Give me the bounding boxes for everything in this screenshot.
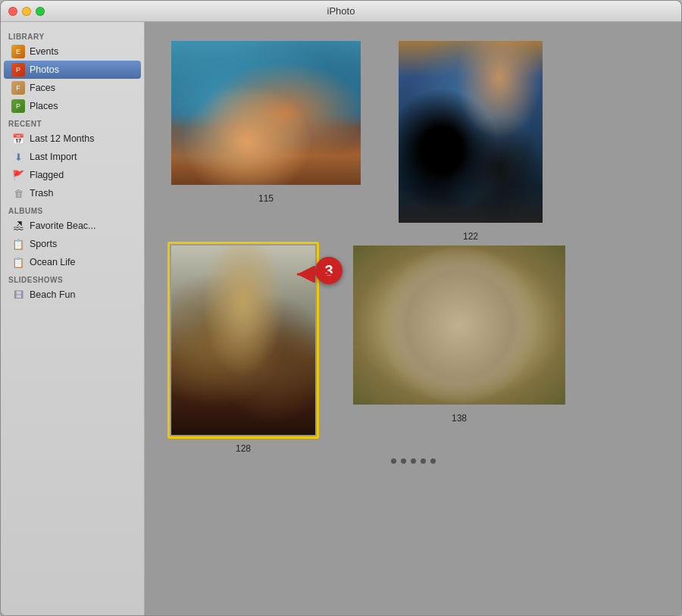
import-icon: ⬇ [11, 150, 25, 164]
events-icon: E [11, 45, 25, 58]
app-window: iPhoto LIBRARY E Events P Photos F Faces… [0, 0, 682, 616]
favoritebeach-icon: 🏖 [11, 219, 25, 233]
photo-aquarium [399, 41, 543, 223]
main-content: LIBRARY E Events P Photos F Faces P Plac… [1, 22, 681, 615]
photo-label-138: 138 [452, 413, 467, 424]
recent-section-header: RECENT [1, 115, 144, 130]
slideshows-section-header: SLIDESHOWS [1, 271, 144, 286]
titlebar: iPhoto [1, 1, 681, 22]
sidebar-item-places[interactable]: P Places [4, 97, 141, 115]
sidebar-item-events[interactable]: E Events [4, 42, 141, 61]
dot-2 [401, 458, 406, 464]
flagged-label: Flagged [30, 170, 64, 180]
photo-label-115: 115 [258, 193, 274, 204]
photo-coral [171, 41, 361, 185]
photo-item-115[interactable]: 115 [167, 37, 364, 204]
window-title: iPhoto [327, 5, 355, 17]
flag-icon: 🚩 [11, 168, 25, 182]
photo-compass [353, 245, 565, 405]
slideshow-icon: 🎞 [11, 288, 25, 302]
photo-label-128: 128 [236, 443, 251, 454]
sidebar-item-last12months[interactable]: 📅 Last 12 Months [4, 130, 141, 148]
oceanlife-label: Ocean Life [30, 257, 75, 267]
places-label: Places [30, 101, 58, 111]
events-label: Events [30, 46, 58, 57]
dot-3 [411, 458, 416, 464]
traffic-lights [8, 7, 45, 16]
photo-frame-122 [395, 37, 546, 227]
photo-item-138[interactable]: 138 [349, 242, 569, 424]
faces-label: Faces [30, 83, 55, 93]
sports-icon: 📋 [11, 237, 25, 251]
sidebar-item-oceanlife[interactable]: 📋 Ocean Life [4, 253, 141, 271]
places-icon: P [11, 99, 25, 113]
sidebar-item-photos[interactable]: P Photos [4, 61, 141, 79]
annotation-arrow [291, 266, 344, 283]
dot-1 [391, 458, 396, 464]
photo-row-2: 128 138 [167, 242, 659, 454]
lastimport-label: Last Import [30, 152, 77, 162]
photo-area-inner: 3 115 [167, 37, 659, 468]
sidebar-item-sports[interactable]: 📋 Sports [4, 235, 141, 253]
sidebar-item-flagged[interactable]: 🚩 Flagged [4, 166, 141, 184]
sidebar-item-lastimport[interactable]: ⬇ Last Import [4, 148, 141, 166]
faces-icon: F [11, 81, 25, 95]
photos-label: Photos [30, 64, 59, 75]
photos-icon: P [11, 63, 25, 77]
photo-frame-138 [349, 242, 569, 408]
photo-frame-115 [167, 37, 364, 189]
library-section-header: LIBRARY [1, 28, 144, 42]
minimize-button[interactable] [22, 7, 31, 16]
photo-label-122: 122 [463, 231, 478, 242]
dot-5 [430, 458, 436, 464]
close-button[interactable] [8, 7, 17, 16]
trash-label: Trash [30, 188, 54, 199]
sports-label: Sports [30, 239, 57, 249]
sidebar-item-favoritebeach[interactable]: 🏖 Favorite Beac... [4, 217, 141, 235]
photo-item-122[interactable]: 122 [395, 37, 546, 242]
trash-icon: 🗑 [11, 186, 25, 200]
maximize-button[interactable] [36, 7, 45, 16]
oceanlife-icon: 📋 [11, 255, 25, 269]
albums-section-header: ALBUMS [1, 202, 144, 217]
photo-row-1: 115 122 [167, 37, 659, 242]
sidebar-item-faces[interactable]: F Faces [4, 79, 141, 97]
sidebar-item-beachfun[interactable]: 🎞 Beach Fun [4, 286, 141, 304]
favoritebeach-label: Favorite Beac... [30, 220, 96, 231]
beachfun-label: Beach Fun [30, 289, 75, 300]
calendar-icon: 📅 [11, 132, 25, 145]
sidebar-item-trash[interactable]: 🗑 Trash [4, 184, 141, 202]
dot-4 [421, 458, 426, 464]
sidebar: LIBRARY E Events P Photos F Faces P Plac… [1, 22, 145, 615]
pagination-dots [167, 454, 659, 468]
last12months-label: Last 12 Months [30, 133, 94, 144]
photo-area: 3 115 [145, 22, 681, 615]
